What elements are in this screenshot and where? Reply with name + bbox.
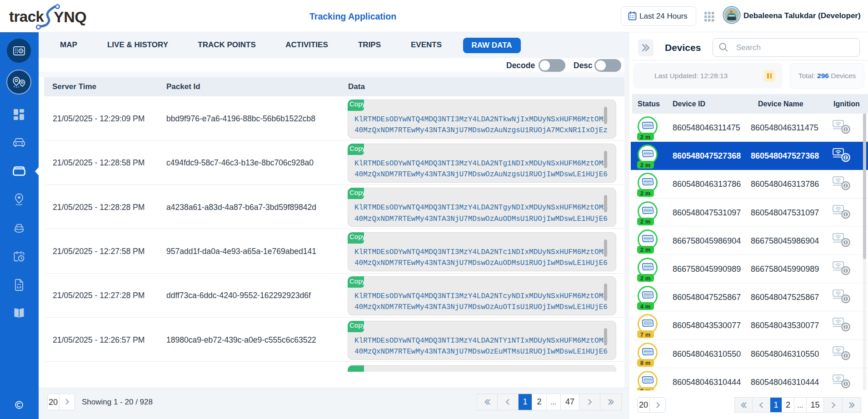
svg-text:track: track (9, 8, 45, 25)
svg-text:YNQ: YNQ (54, 8, 86, 25)
